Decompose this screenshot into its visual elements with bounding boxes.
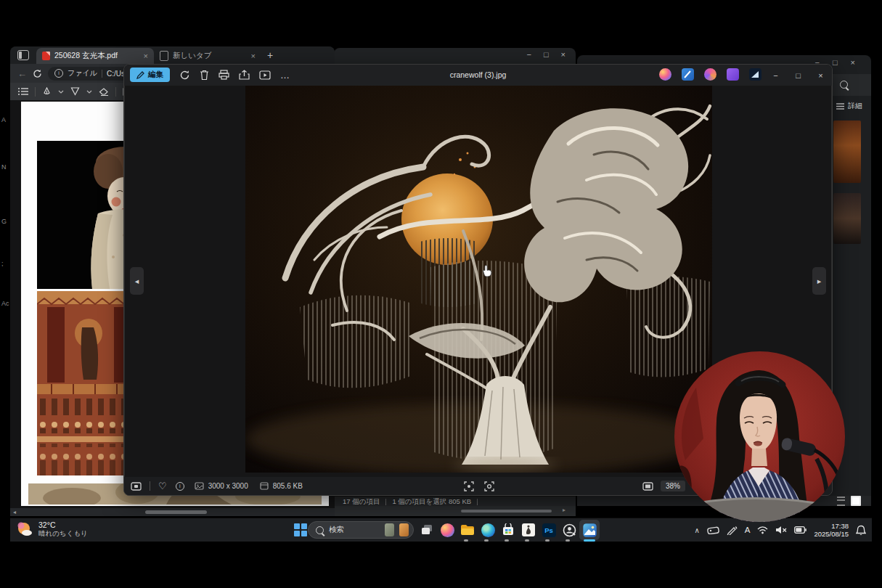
pen-tool-icon[interactable] [42, 87, 52, 97]
taskbar-weather-widget[interactable]: 32°C 晴れのちくもり [16, 520, 88, 538]
file-explorer-button[interactable] [459, 521, 476, 539]
items-count: 17 個の項目 [343, 497, 380, 507]
task-view-button[interactable] [418, 521, 436, 539]
photoshop-icon: Ps [542, 523, 556, 537]
divider [385, 499, 386, 505]
rotate-icon[interactable] [179, 70, 190, 81]
previous-photo-button[interactable]: ◂ [130, 267, 144, 295]
scroll-right-arrow[interactable]: ▸ [563, 507, 565, 513]
microsoft-store-button[interactable] [499, 521, 517, 539]
close-button[interactable]: × [809, 65, 832, 86]
battery-icon[interactable] [794, 526, 807, 534]
file-size-icon [260, 482, 269, 490]
zbrush-button[interactable] [520, 521, 537, 539]
search-highlight-thumbnail [385, 523, 394, 536]
wifi-icon[interactable] [757, 526, 768, 534]
favorite-icon[interactable]: ♡ [158, 481, 167, 491]
file-thumbnail[interactable] [833, 121, 861, 183]
table-of-contents-icon[interactable] [18, 87, 28, 96]
windows-logo-icon [294, 523, 307, 536]
browser-tab-new[interactable]: 新しいタブ × [154, 48, 261, 64]
dimensions-icon [195, 482, 204, 490]
close-button[interactable]: × [561, 50, 565, 59]
zoom-level-badge[interactable]: 38% [661, 481, 685, 491]
browser-tab-bar: 250628 玄光本.pdf × 新しいタブ × + [10, 46, 335, 64]
copilot-button[interactable] [438, 521, 456, 539]
browser-tab-pdf[interactable]: 250628 玄光本.pdf × [36, 48, 154, 64]
tray-chevron-icon[interactable]: ∧ [694, 526, 699, 534]
info-icon[interactable]: i [176, 482, 184, 491]
highlighter-tool-icon[interactable] [70, 87, 80, 96]
details-view-button[interactable]: 詳細 [836, 101, 862, 111]
edge-browser-button[interactable] [479, 521, 497, 539]
page-info-icon[interactable]: i [54, 69, 63, 78]
minimize-button[interactable]: − [764, 65, 787, 86]
actual-size-icon[interactable] [484, 481, 494, 491]
screen-edge-fragment: Ac [1, 300, 9, 307]
taskbar-clock[interactable]: 17:38 2025/08/15 [814, 522, 849, 538]
notification-bell-icon[interactable] [856, 525, 866, 536]
camera-app-button[interactable] [560, 521, 578, 539]
minimize-button[interactable]: − [526, 50, 531, 59]
zoom-fit-icon[interactable] [464, 481, 474, 491]
close-button[interactable]: × [851, 58, 855, 67]
delete-icon[interactable] [200, 70, 209, 81]
maximize-button[interactable]: □ [544, 50, 549, 59]
weather-icon [16, 520, 33, 538]
chevron-down-icon[interactable] [58, 90, 64, 94]
large-icons-view-icon[interactable] [851, 496, 861, 506]
eraser-tool-icon[interactable] [99, 88, 109, 96]
store-icon [502, 523, 515, 536]
page-file-icon [160, 51, 168, 61]
clipchamp-icon[interactable] [727, 68, 739, 81]
list-view-icon[interactable] [837, 497, 845, 506]
designer-icon[interactable] [749, 68, 761, 81]
chevron-down-icon[interactable] [86, 90, 92, 94]
search-icon [840, 81, 848, 89]
tray-tablet-icon[interactable] [707, 526, 719, 534]
search-highlight-thumbnail [399, 523, 409, 536]
new-tab-button[interactable]: + [267, 49, 273, 61]
share-icon[interactable] [239, 70, 250, 80]
slideshow-icon[interactable] [259, 70, 271, 80]
paint-app-icon[interactable] [704, 68, 716, 81]
maximize-button[interactable]: □ [833, 58, 838, 67]
screen-edge-fragment: N [1, 163, 7, 171]
edit-button[interactable]: 編集 [130, 68, 170, 82]
volume-muted-icon[interactable] [775, 526, 787, 534]
maximize-button[interactable]: □ [787, 65, 809, 86]
scrollbar-thumb[interactable] [145, 510, 207, 514]
weather-condition: 晴れのちくもり [38, 529, 88, 538]
taskbar: 32°C 晴れのちくもり 検索 Ps ∧ [10, 518, 872, 542]
edit-app-icon[interactable] [682, 68, 694, 81]
tab-actions-menu-icon[interactable] [17, 50, 29, 60]
scroll-left-arrow[interactable]: ◂ [13, 508, 16, 516]
photos-app-button[interactable] [579, 520, 600, 540]
search-label: 検索 [329, 525, 380, 535]
screen-edge-fragment: A [1, 116, 6, 123]
tray-pen-icon[interactable] [727, 526, 738, 535]
copilot-icon[interactable] [659, 68, 671, 81]
gallery-toggle-icon[interactable] [131, 482, 142, 491]
close-tab-icon[interactable]: × [144, 52, 148, 60]
photoshop-button[interactable]: Ps [540, 521, 558, 539]
explorer-horizontal-scrollbar[interactable]: ▸ [334, 506, 576, 516]
back-button[interactable]: ← [17, 68, 27, 79]
close-tab-icon[interactable]: × [251, 52, 256, 60]
running-indicator [505, 539, 509, 542]
pdf-horizontal-scrollbar[interactable]: ◂ [10, 508, 335, 516]
pencil-icon [136, 71, 144, 79]
print-icon[interactable] [219, 70, 229, 80]
scrollbar-thumb[interactable] [461, 510, 552, 513]
refresh-button[interactable] [33, 69, 42, 78]
ime-mode-indicator[interactable]: A [745, 526, 751, 534]
more-options-button[interactable]: … [280, 70, 290, 81]
hand-cursor [481, 264, 494, 278]
taskbar-search[interactable]: 検索 [308, 521, 414, 539]
filmstrip-toggle-icon[interactable] [642, 482, 653, 491]
next-photo-button[interactable]: ▸ [812, 267, 826, 295]
clock-date: 2025/08/15 [814, 530, 849, 538]
start-button[interactable] [292, 521, 309, 539]
folder-icon [460, 524, 475, 536]
file-thumbnail[interactable] [833, 193, 861, 244]
